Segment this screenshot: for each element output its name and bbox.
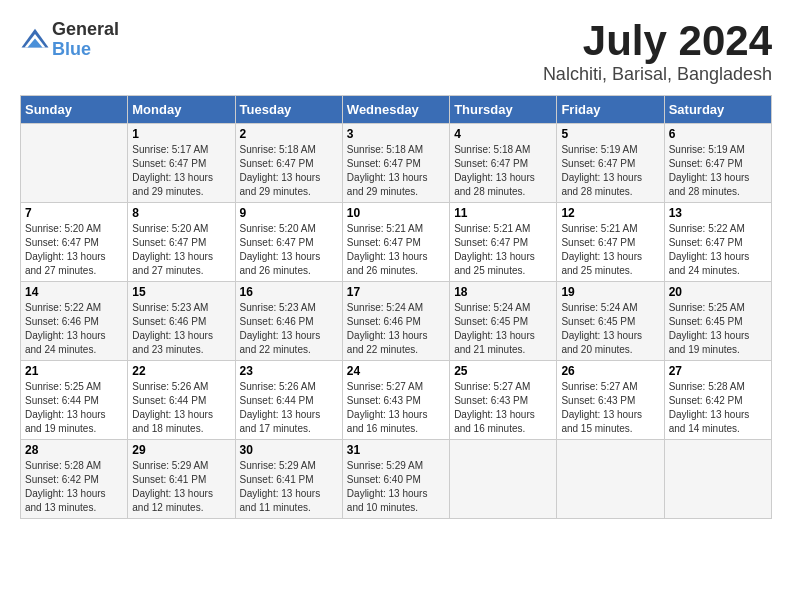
day-info: Sunrise: 5:29 AM Sunset: 6:41 PM Dayligh… <box>240 459 338 515</box>
calendar-cell: 1Sunrise: 5:17 AM Sunset: 6:47 PM Daylig… <box>128 124 235 203</box>
calendar-cell: 29Sunrise: 5:29 AM Sunset: 6:41 PM Dayli… <box>128 440 235 519</box>
day-number: 22 <box>132 364 230 378</box>
day-info: Sunrise: 5:18 AM Sunset: 6:47 PM Dayligh… <box>347 143 445 199</box>
day-info: Sunrise: 5:27 AM Sunset: 6:43 PM Dayligh… <box>561 380 659 436</box>
day-number: 1 <box>132 127 230 141</box>
day-number: 19 <box>561 285 659 299</box>
day-number: 8 <box>132 206 230 220</box>
day-number: 13 <box>669 206 767 220</box>
calendar-cell: 8Sunrise: 5:20 AM Sunset: 6:47 PM Daylig… <box>128 203 235 282</box>
calendar-cell: 9Sunrise: 5:20 AM Sunset: 6:47 PM Daylig… <box>235 203 342 282</box>
day-info: Sunrise: 5:25 AM Sunset: 6:44 PM Dayligh… <box>25 380 123 436</box>
day-info: Sunrise: 5:20 AM Sunset: 6:47 PM Dayligh… <box>240 222 338 278</box>
day-number: 31 <box>347 443 445 457</box>
day-number: 30 <box>240 443 338 457</box>
day-info: Sunrise: 5:21 AM Sunset: 6:47 PM Dayligh… <box>454 222 552 278</box>
day-info: Sunrise: 5:24 AM Sunset: 6:45 PM Dayligh… <box>561 301 659 357</box>
calendar-cell: 15Sunrise: 5:23 AM Sunset: 6:46 PM Dayli… <box>128 282 235 361</box>
logo: General Blue <box>20 20 119 60</box>
day-info: Sunrise: 5:20 AM Sunset: 6:47 PM Dayligh… <box>132 222 230 278</box>
calendar-cell <box>664 440 771 519</box>
day-number: 3 <box>347 127 445 141</box>
day-info: Sunrise: 5:19 AM Sunset: 6:47 PM Dayligh… <box>561 143 659 199</box>
day-number: 2 <box>240 127 338 141</box>
calendar-cell: 10Sunrise: 5:21 AM Sunset: 6:47 PM Dayli… <box>342 203 449 282</box>
calendar-cell: 30Sunrise: 5:29 AM Sunset: 6:41 PM Dayli… <box>235 440 342 519</box>
calendar-cell: 27Sunrise: 5:28 AM Sunset: 6:42 PM Dayli… <box>664 361 771 440</box>
calendar-cell: 18Sunrise: 5:24 AM Sunset: 6:45 PM Dayli… <box>450 282 557 361</box>
day-info: Sunrise: 5:21 AM Sunset: 6:47 PM Dayligh… <box>347 222 445 278</box>
day-number: 18 <box>454 285 552 299</box>
day-number: 24 <box>347 364 445 378</box>
day-number: 25 <box>454 364 552 378</box>
day-info: Sunrise: 5:26 AM Sunset: 6:44 PM Dayligh… <box>132 380 230 436</box>
col-header-saturday: Saturday <box>664 96 771 124</box>
calendar-cell: 14Sunrise: 5:22 AM Sunset: 6:46 PM Dayli… <box>21 282 128 361</box>
col-header-sunday: Sunday <box>21 96 128 124</box>
title-section: July 2024 Nalchiti, Barisal, Bangladesh <box>543 20 772 85</box>
day-number: 14 <box>25 285 123 299</box>
day-number: 29 <box>132 443 230 457</box>
calendar-cell: 26Sunrise: 5:27 AM Sunset: 6:43 PM Dayli… <box>557 361 664 440</box>
week-row-2: 7Sunrise: 5:20 AM Sunset: 6:47 PM Daylig… <box>21 203 772 282</box>
day-number: 21 <box>25 364 123 378</box>
logo-icon <box>20 25 50 55</box>
day-info: Sunrise: 5:25 AM Sunset: 6:45 PM Dayligh… <box>669 301 767 357</box>
week-row-5: 28Sunrise: 5:28 AM Sunset: 6:42 PM Dayli… <box>21 440 772 519</box>
calendar-cell <box>557 440 664 519</box>
header-row: SundayMondayTuesdayWednesdayThursdayFrid… <box>21 96 772 124</box>
day-number: 27 <box>669 364 767 378</box>
calendar-cell: 6Sunrise: 5:19 AM Sunset: 6:47 PM Daylig… <box>664 124 771 203</box>
calendar-cell: 12Sunrise: 5:21 AM Sunset: 6:47 PM Dayli… <box>557 203 664 282</box>
calendar-cell: 7Sunrise: 5:20 AM Sunset: 6:47 PM Daylig… <box>21 203 128 282</box>
calendar-cell <box>450 440 557 519</box>
day-info: Sunrise: 5:28 AM Sunset: 6:42 PM Dayligh… <box>669 380 767 436</box>
day-info: Sunrise: 5:18 AM Sunset: 6:47 PM Dayligh… <box>454 143 552 199</box>
day-number: 9 <box>240 206 338 220</box>
calendar-cell: 28Sunrise: 5:28 AM Sunset: 6:42 PM Dayli… <box>21 440 128 519</box>
calendar-cell: 11Sunrise: 5:21 AM Sunset: 6:47 PM Dayli… <box>450 203 557 282</box>
day-info: Sunrise: 5:27 AM Sunset: 6:43 PM Dayligh… <box>347 380 445 436</box>
day-number: 28 <box>25 443 123 457</box>
day-number: 15 <box>132 285 230 299</box>
calendar-cell: 17Sunrise: 5:24 AM Sunset: 6:46 PM Dayli… <box>342 282 449 361</box>
calendar-cell: 3Sunrise: 5:18 AM Sunset: 6:47 PM Daylig… <box>342 124 449 203</box>
day-info: Sunrise: 5:20 AM Sunset: 6:47 PM Dayligh… <box>25 222 123 278</box>
calendar-cell: 25Sunrise: 5:27 AM Sunset: 6:43 PM Dayli… <box>450 361 557 440</box>
day-number: 20 <box>669 285 767 299</box>
day-info: Sunrise: 5:19 AM Sunset: 6:47 PM Dayligh… <box>669 143 767 199</box>
week-row-4: 21Sunrise: 5:25 AM Sunset: 6:44 PM Dayli… <box>21 361 772 440</box>
day-number: 23 <box>240 364 338 378</box>
calendar-cell: 5Sunrise: 5:19 AM Sunset: 6:47 PM Daylig… <box>557 124 664 203</box>
day-info: Sunrise: 5:18 AM Sunset: 6:47 PM Dayligh… <box>240 143 338 199</box>
calendar-table: SundayMondayTuesdayWednesdayThursdayFrid… <box>20 95 772 519</box>
day-info: Sunrise: 5:26 AM Sunset: 6:44 PM Dayligh… <box>240 380 338 436</box>
day-number: 4 <box>454 127 552 141</box>
day-info: Sunrise: 5:27 AM Sunset: 6:43 PM Dayligh… <box>454 380 552 436</box>
subtitle: Nalchiti, Barisal, Bangladesh <box>543 64 772 85</box>
day-number: 7 <box>25 206 123 220</box>
calendar-cell: 23Sunrise: 5:26 AM Sunset: 6:44 PM Dayli… <box>235 361 342 440</box>
calendar-cell: 24Sunrise: 5:27 AM Sunset: 6:43 PM Dayli… <box>342 361 449 440</box>
main-title: July 2024 <box>543 20 772 62</box>
day-number: 10 <box>347 206 445 220</box>
day-number: 26 <box>561 364 659 378</box>
col-header-thursday: Thursday <box>450 96 557 124</box>
day-info: Sunrise: 5:17 AM Sunset: 6:47 PM Dayligh… <box>132 143 230 199</box>
day-info: Sunrise: 5:24 AM Sunset: 6:46 PM Dayligh… <box>347 301 445 357</box>
day-number: 6 <box>669 127 767 141</box>
calendar-cell: 19Sunrise: 5:24 AM Sunset: 6:45 PM Dayli… <box>557 282 664 361</box>
day-number: 5 <box>561 127 659 141</box>
day-info: Sunrise: 5:22 AM Sunset: 6:47 PM Dayligh… <box>669 222 767 278</box>
day-info: Sunrise: 5:29 AM Sunset: 6:41 PM Dayligh… <box>132 459 230 515</box>
calendar-cell: 22Sunrise: 5:26 AM Sunset: 6:44 PM Dayli… <box>128 361 235 440</box>
col-header-wednesday: Wednesday <box>342 96 449 124</box>
logo-general: General <box>52 20 119 40</box>
calendar-cell: 4Sunrise: 5:18 AM Sunset: 6:47 PM Daylig… <box>450 124 557 203</box>
day-info: Sunrise: 5:28 AM Sunset: 6:42 PM Dayligh… <box>25 459 123 515</box>
day-number: 11 <box>454 206 552 220</box>
calendar-cell <box>21 124 128 203</box>
week-row-1: 1Sunrise: 5:17 AM Sunset: 6:47 PM Daylig… <box>21 124 772 203</box>
calendar-cell: 20Sunrise: 5:25 AM Sunset: 6:45 PM Dayli… <box>664 282 771 361</box>
calendar-cell: 13Sunrise: 5:22 AM Sunset: 6:47 PM Dayli… <box>664 203 771 282</box>
